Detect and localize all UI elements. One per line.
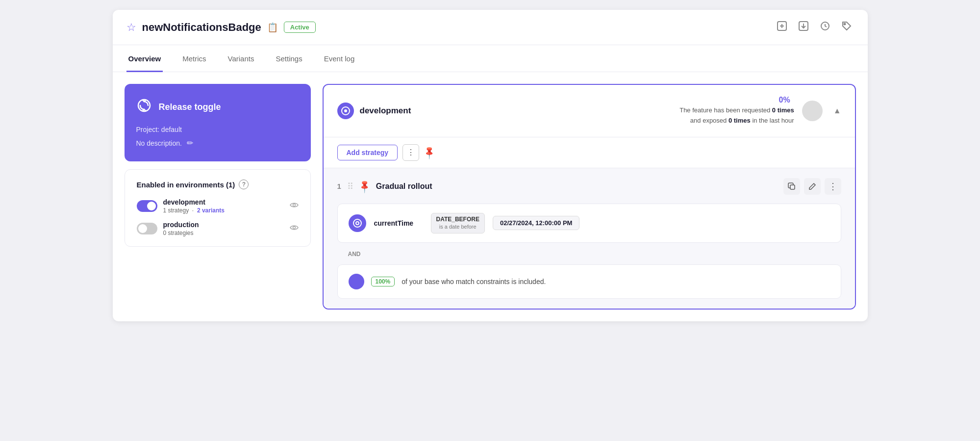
tab-overview[interactable]: Overview [126,46,163,72]
rollout-card: 100% of your base who match constraints … [337,264,841,299]
avatar [802,101,823,121]
env-stats: The feature has been requested 0 times a… [679,105,794,126]
strategy-pin-icon: 📌 [357,179,372,194]
percent-label: 0% [779,96,790,104]
svg-point-14 [356,222,359,225]
release-toggle-icon [136,98,152,117]
svg-point-6 [844,24,845,25]
copy-icon[interactable]: 📋 [267,22,278,33]
strategy-number: 1 [337,182,341,190]
env-name-development: development [163,198,284,206]
body: Release toggle Project: default No descr… [113,72,868,321]
strategy-header: 1 ⠿ 📌 Gradual rollout [337,178,841,195]
env-section-name: development [360,106,674,116]
environments-card: Enabled in environments (1) ? developmen… [125,169,311,247]
constraint-icon [349,214,366,232]
chevron-up-icon[interactable]: ▲ [833,106,841,115]
header-actions [775,19,854,36]
svg-rect-12 [790,185,795,189]
pin-icon: 📌 [422,145,437,160]
help-icon[interactable]: ? [239,180,249,189]
add-strategy-button[interactable]: Add strategy [337,145,398,160]
env-name-production: production [163,221,284,229]
tab-settings[interactable]: Settings [274,46,304,72]
svg-point-13 [353,219,361,227]
strategy-actions: ⋮ [783,178,841,195]
tag-button[interactable] [839,19,854,36]
action-row: Add strategy ⋮ 📌 [324,137,855,168]
strategy-section: 1 ⠿ 📌 Gradual rollout [324,168,855,309]
strategy-name: Gradual rollout [376,182,778,191]
left-panel: Release toggle Project: default No descr… [125,84,311,247]
eye-icon-production[interactable] [290,224,299,233]
list-item: development 1 strategy · 2 variants [137,198,299,214]
release-card-header: Release toggle [136,98,299,117]
right-panel: development 0% The feature has been requ… [323,84,856,310]
release-title: Release toggle [159,102,221,112]
copy-strategy-button[interactable] [783,178,800,195]
add-button[interactable] [775,19,789,36]
constraint-field: currentTime [374,219,423,227]
svg-point-11 [344,109,347,112]
production-toggle[interactable] [137,223,157,234]
and-label: AND [337,249,841,259]
download-button[interactable] [796,19,811,36]
tab-event-log[interactable]: Event log [322,46,357,72]
release-card: Release toggle Project: default No descr… [125,84,311,161]
history-button[interactable] [818,19,832,36]
star-icon[interactable]: ☆ [126,21,136,34]
constraint-card: currentTime DATE_BEFORE is a date before… [337,204,841,243]
rollout-text: of your base who match constraints is in… [402,278,546,285]
tab-variants[interactable]: Variants [226,46,256,72]
edit-strategy-button[interactable] [804,178,821,195]
release-description: No description. ✏ [136,138,299,148]
env-info-production: production 0 strategies [163,221,284,236]
environments-title: Enabled in environments (1) ? [137,180,299,189]
svg-point-8 [293,204,295,207]
env-meta-development: 1 strategy · 2 variants [163,207,284,214]
strategy-more-button[interactable]: ⋮ [825,178,841,195]
header-left: ☆ newNotificationsBadge 📋 Active [126,21,768,34]
svg-point-9 [293,227,295,229]
constraint-value: 02/27/2024, 12:00:00 PM [493,216,579,230]
release-project: Project: default [136,126,299,133]
env-meta-production: 0 strategies [163,230,284,236]
rollout-dot [349,274,364,289]
edit-description-icon[interactable]: ✏ [187,138,193,148]
header: ☆ newNotificationsBadge 📋 Active [113,10,868,45]
development-toggle[interactable] [137,200,157,212]
status-badge: Active [284,22,316,33]
tabs: Overview Metrics Variants Settings Event… [113,45,868,72]
eye-icon-development[interactable] [290,202,299,210]
env-section-header: development 0% The feature has been requ… [324,85,855,137]
tab-metrics[interactable]: Metrics [180,46,208,72]
more-options-button[interactable]: ⋮ [402,144,419,161]
main-card: ☆ newNotificationsBadge 📋 Active [113,10,868,321]
variants-link[interactable]: 2 variants [197,207,225,214]
rollout-percentage: 100% [371,277,395,286]
list-item: production 0 strategies [137,221,299,236]
feature-name: newNotificationsBadge [142,21,261,34]
env-icon [337,103,354,119]
constraint-operator: DATE_BEFORE is a date before [431,213,485,233]
env-info-development: development 1 strategy · 2 variants [163,198,284,214]
drag-icon[interactable]: ⠿ [347,181,353,192]
